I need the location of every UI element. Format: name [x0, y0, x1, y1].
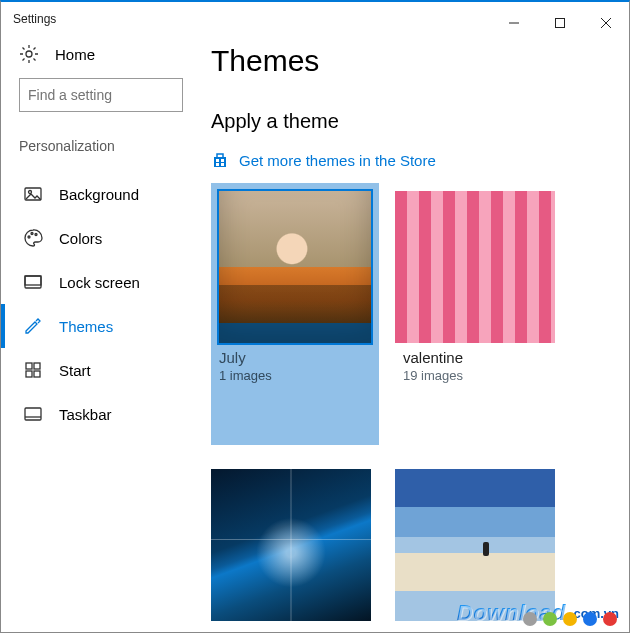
titlebar: Settings: [1, 2, 629, 44]
watermark-dot: [523, 612, 537, 626]
svg-rect-13: [25, 276, 41, 285]
watermark-dot: [583, 612, 597, 626]
page-title: Themes: [211, 44, 613, 78]
sidebar-item-start[interactable]: Start: [1, 348, 201, 392]
watermark-dot: [603, 612, 617, 626]
theme-thumbnail: [395, 469, 555, 621]
sidebar-item-label: Lock screen: [59, 274, 140, 291]
theme-grid: July1 imagesvalentine19 images: [211, 183, 613, 621]
theme-card-footer: July1 images: [211, 343, 379, 389]
sidebar-item-label: Background: [59, 186, 139, 203]
picture-icon: [23, 184, 43, 204]
theme-card[interactable]: July1 images: [211, 183, 379, 445]
svg-rect-16: [26, 371, 32, 377]
sidebar-item-taskbar[interactable]: Taskbar: [1, 392, 201, 436]
watermark-dots: [523, 612, 617, 626]
search-box[interactable]: [19, 78, 183, 112]
taskbar-icon: [23, 404, 43, 424]
theme-card[interactable]: [395, 461, 563, 621]
watermark-dot: [563, 612, 577, 626]
svg-rect-15: [34, 363, 40, 369]
svg-rect-14: [26, 363, 32, 369]
svg-rect-18: [25, 408, 41, 420]
theme-card[interactable]: [211, 461, 379, 621]
sidebar-item-themes[interactable]: Themes: [1, 304, 201, 348]
sidebar-item-label: Start: [59, 362, 91, 379]
svg-rect-23: [221, 163, 224, 166]
pen-icon: [23, 316, 43, 336]
theme-card[interactable]: valentine19 images: [395, 183, 563, 445]
svg-point-11: [35, 234, 37, 236]
search-input[interactable]: [28, 87, 203, 103]
window-title: Settings: [13, 12, 56, 26]
theme-name: July: [219, 349, 371, 366]
svg-point-10: [31, 233, 33, 235]
svg-point-4: [26, 51, 32, 57]
svg-point-9: [28, 236, 30, 238]
sidebar-item-label: Taskbar: [59, 406, 112, 423]
theme-card-footer: valentine19 images: [395, 343, 563, 389]
svg-rect-1: [556, 19, 565, 28]
store-link-text[interactable]: Get more themes in the Store: [239, 152, 436, 169]
palette-icon: [23, 228, 43, 248]
store-icon: [211, 151, 229, 169]
maximize-button[interactable]: [537, 7, 583, 39]
main: Themes Apply a theme Get more themes in …: [201, 44, 629, 632]
svg-rect-17: [34, 371, 40, 377]
home-icon: [19, 44, 39, 64]
apply-theme-label: Apply a theme: [211, 110, 613, 133]
window-controls: [491, 7, 629, 39]
theme-name: valentine: [403, 349, 555, 366]
sidebar-item-label: Colors: [59, 230, 102, 247]
sidebar: Home Personalization BackgroundColorsLoc…: [1, 44, 201, 632]
svg-point-8: [29, 191, 32, 194]
sidebar-item-lock-screen[interactable]: Lock screen: [1, 260, 201, 304]
theme-thumbnail: [395, 191, 555, 343]
lockscreen-icon: [23, 272, 43, 292]
theme-thumbnail: [211, 469, 371, 621]
sidebar-item-colors[interactable]: Colors: [1, 216, 201, 260]
svg-rect-21: [221, 159, 224, 162]
store-link[interactable]: Get more themes in the Store: [211, 151, 613, 169]
minimize-button[interactable]: [491, 7, 537, 39]
theme-thumbnail: [219, 191, 371, 343]
home-button[interactable]: Home: [1, 44, 201, 78]
sidebar-item-label: Themes: [59, 318, 113, 335]
sidebar-item-background[interactable]: Background: [1, 172, 201, 216]
svg-rect-20: [216, 159, 219, 162]
section-label: Personalization: [1, 138, 201, 172]
watermark-dot: [543, 612, 557, 626]
close-button[interactable]: [583, 7, 629, 39]
home-label: Home: [55, 46, 95, 63]
svg-rect-12: [25, 276, 41, 288]
start-icon: [23, 360, 43, 380]
theme-image-count: 19 images: [403, 368, 555, 383]
theme-image-count: 1 images: [219, 368, 371, 383]
svg-rect-22: [216, 163, 219, 166]
